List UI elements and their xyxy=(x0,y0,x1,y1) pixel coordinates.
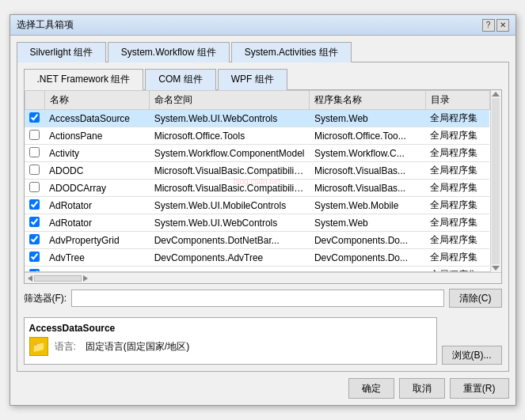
col-dir: 目录 xyxy=(425,91,489,110)
row-checkbox[interactable] xyxy=(29,112,40,123)
row-assembly: DevComponents.Do... xyxy=(310,232,425,249)
filter-area: 筛选器(F): 清除(C) xyxy=(24,289,502,308)
tab-wpf[interactable]: WPF 组件 xyxy=(218,69,287,90)
tab-activities[interactable]: System.Activities 组件 xyxy=(231,42,352,62)
row-namespace: System.Web.UI.WebControls xyxy=(150,110,310,127)
row-checkbox-cell xyxy=(25,110,44,127)
cancel-button[interactable]: 取消 xyxy=(399,378,445,399)
row-dir: 全局程序集 xyxy=(425,197,489,214)
row-checkbox[interactable] xyxy=(29,252,40,262)
row-dir: 全局程序集 xyxy=(425,267,489,273)
table-wrapper[interactable]: blog.csdn.net 名称 命名空间 程序集名称 目录 xyxy=(25,90,490,272)
lang-label: 语言: xyxy=(55,340,76,354)
row-checkbox[interactable] xyxy=(29,130,40,140)
reset-button[interactable]: 重置(R) xyxy=(450,378,509,399)
tab-com[interactable]: COM 组件 xyxy=(145,69,215,90)
row-checkbox-cell xyxy=(25,145,44,162)
row-assembly: DevComponents.Do... xyxy=(310,249,425,267)
row-checkbox-cell xyxy=(25,232,44,249)
ok-button[interactable]: 确定 xyxy=(348,378,394,399)
row-name: AdRotator xyxy=(44,214,150,232)
info-row: 📁 语言: 固定语言(固定国家/地区) xyxy=(29,337,432,356)
row-namespace: Microsoft.VisualBasic.Compatibility.VB6 xyxy=(150,180,310,197)
help-button[interactable]: ? xyxy=(482,19,495,32)
table-row[interactable]: AnalogClockControlDevComponents.DotNetBa… xyxy=(25,267,489,273)
table-body: AccessDataSourceSystem.Web.UI.WebControl… xyxy=(25,110,489,273)
close-button[interactable]: ✕ xyxy=(496,19,509,32)
inner-panel: blog.csdn.net 名称 命名空间 程序集名称 目录 xyxy=(24,89,502,284)
scroll-left-icon[interactable] xyxy=(28,275,32,282)
clear-button[interactable]: 清除(C) xyxy=(449,289,502,308)
row-namespace: DevComponents.DotNetBar.Controls xyxy=(150,267,310,273)
row-checkbox[interactable] xyxy=(29,165,40,175)
row-name: AdvTree xyxy=(44,249,150,267)
row-name: AdvPropertyGrid xyxy=(44,232,150,249)
row-name: AnalogClockControl xyxy=(44,267,150,273)
row-checkbox-cell xyxy=(25,249,44,267)
row-checkbox[interactable] xyxy=(29,269,40,273)
browse-button[interactable]: 浏览(B)... xyxy=(442,346,502,365)
table-row[interactable]: AdvPropertyGridDevComponents.DotNetBar..… xyxy=(25,232,489,249)
tab-silverlight[interactable]: Silverlight 组件 xyxy=(17,42,106,62)
title-bar-buttons: ? ✕ xyxy=(482,19,509,32)
scroll-up-icon[interactable] xyxy=(492,92,500,96)
row-checkbox[interactable] xyxy=(29,147,40,157)
row-checkbox-cell xyxy=(25,127,44,145)
row-namespace: System.Web.UI.MobileControls xyxy=(150,197,310,214)
table-row[interactable]: AccessDataSourceSystem.Web.UI.WebControl… xyxy=(25,110,489,127)
col-name: 名称 xyxy=(44,91,150,110)
filter-input[interactable] xyxy=(71,289,444,307)
lang-value: 固定语言(固定国家/地区) xyxy=(86,340,189,354)
tab-workflow[interactable]: System.Workflow 组件 xyxy=(108,42,230,62)
row-checkbox[interactable] xyxy=(29,217,40,227)
row-checkbox-cell xyxy=(25,180,44,197)
row-checkbox-cell xyxy=(25,267,44,273)
row-checkbox[interactable] xyxy=(29,182,40,192)
tabs-row1: Silverlight 组件 System.Workflow 组件 System… xyxy=(17,42,509,62)
col-assembly: 程序集名称 xyxy=(310,91,425,110)
dialog: 选择工具箱项 ? ✕ Silverlight 组件 System.Workflo… xyxy=(10,14,516,406)
table-row[interactable]: ADODCMicrosoft.VisualBasic.Compatibility… xyxy=(25,162,489,180)
title-bar: 选择工具箱项 ? ✕ xyxy=(10,15,515,36)
table-row[interactable]: ActionsPaneMicrosoft.Office.ToolsMicroso… xyxy=(25,127,489,145)
row-name: AccessDataSource xyxy=(44,110,150,127)
row-dir: 全局程序集 xyxy=(425,180,489,197)
folder-icon: 📁 xyxy=(29,337,48,356)
row-checkbox-cell xyxy=(25,162,44,180)
row-name: AdRotator xyxy=(44,197,150,214)
scroll-bar-thumb-h[interactable] xyxy=(34,275,82,282)
row-assembly: System.Workflow.C... xyxy=(310,145,425,162)
row-checkbox[interactable] xyxy=(29,234,40,244)
tab-dotnet[interactable]: .NET Framework 组件 xyxy=(24,69,144,90)
table-row[interactable]: AdRotatorSystem.Web.UI.WebControlsSystem… xyxy=(25,214,489,232)
row-namespace: Microsoft.VisualBasic.Compatibility.VB6 xyxy=(150,162,310,180)
row-dir: 全局程序集 xyxy=(425,214,489,232)
table-row[interactable]: AdRotatorSystem.Web.UI.MobileControlsSys… xyxy=(25,197,489,214)
horizontal-scrollbar[interactable] xyxy=(25,272,501,283)
browse-area: 浏览(B)... xyxy=(442,312,502,365)
row-assembly: System.Web xyxy=(310,214,425,232)
row-checkbox-cell xyxy=(25,214,44,232)
row-checkbox[interactable] xyxy=(29,199,40,210)
row-dir: 全局程序集 xyxy=(425,110,489,127)
row-assembly: Microsoft.VisualBas... xyxy=(310,180,425,197)
info-sub: 语言: 固定语言(固定国家/地区) xyxy=(55,340,432,354)
scroll-right-icon[interactable] xyxy=(83,275,88,282)
row-assembly: System.Web.Mobile xyxy=(310,197,425,214)
table-row[interactable]: ActivitySystem.Workflow.ComponentModelSy… xyxy=(25,145,489,162)
row-namespace: System.Workflow.ComponentModel xyxy=(150,145,310,162)
scroll-thumb[interactable] xyxy=(492,98,500,264)
table-row[interactable]: ADODCArrayMicrosoft.VisualBasic.Compatib… xyxy=(25,180,489,197)
table-row[interactable]: AdvTreeDevComponents.AdvTreeDevComponent… xyxy=(25,249,489,267)
outer-tab-panel: .NET Framework 组件 COM 组件 WPF 组件 blog.csd… xyxy=(17,62,509,372)
row-namespace: DevComponents.DotNetBar... xyxy=(150,232,310,249)
row-assembly: DevComponents.Do... xyxy=(310,267,425,273)
vertical-scrollbar[interactable] xyxy=(490,90,501,272)
row-assembly: Microsoft.VisualBas... xyxy=(310,162,425,180)
row-name: ActionsPane xyxy=(44,127,150,145)
info-right: 语言: 固定语言(固定国家/地区) xyxy=(55,340,432,354)
scroll-down-icon[interactable] xyxy=(492,266,500,271)
col-check xyxy=(25,91,44,110)
row-namespace: DevComponents.AdvTree xyxy=(150,249,310,267)
row-dir: 全局程序集 xyxy=(425,232,489,249)
